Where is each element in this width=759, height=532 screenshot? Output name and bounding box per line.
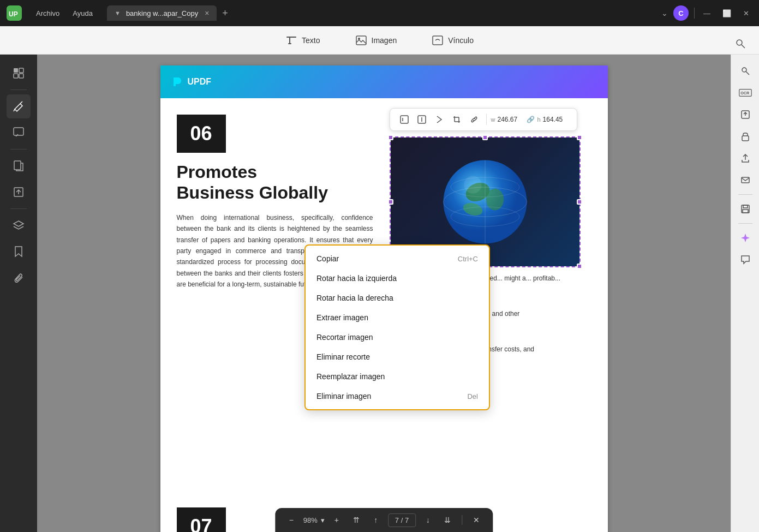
- zoom-value-display: 98% ▾: [303, 516, 325, 524]
- svg-rect-41: [742, 136, 749, 141]
- tabs-dropdown[interactable]: ⌄: [661, 9, 668, 17]
- handle-top-center[interactable]: [482, 135, 488, 140]
- handle-top-left[interactable]: [388, 135, 393, 140]
- svg-rect-11: [19, 68, 23, 73]
- texto-label: Texto: [302, 36, 320, 45]
- first-page-button[interactable]: ⇈: [349, 512, 364, 528]
- height-input: h 164.45: [537, 116, 570, 123]
- texto-tool[interactable]: Texto: [279, 31, 326, 50]
- svg-rect-45: [743, 210, 748, 213]
- svg-rect-17: [14, 161, 21, 170]
- titlebar: UP Archivo Ayuda ▼ banking w...apar_Copy…: [0, 0, 759, 26]
- handle-middle-left[interactable]: [388, 199, 393, 205]
- sidebar-sep-1: [10, 89, 27, 90]
- sidebar-bookmark-icon[interactable]: [7, 240, 31, 264]
- right-ocr-icon[interactable]: OCR: [736, 83, 755, 103]
- ctx-rotar-derecha[interactable]: Rotar hacia la derecha: [306, 288, 489, 308]
- ctx-copiar-label: Copiar: [316, 254, 339, 263]
- menu-archivo[interactable]: Archivo: [31, 7, 65, 20]
- tab-arrow-icon: ▼: [115, 10, 121, 16]
- minimize-button[interactable]: —: [700, 9, 714, 17]
- right-search-icon[interactable]: [736, 61, 755, 81]
- search-button[interactable]: [731, 34, 750, 53]
- right-mail-icon[interactable]: [736, 170, 755, 190]
- menu-bar: Archivo Ayuda: [31, 7, 98, 20]
- ctx-eliminar-recorte[interactable]: Eliminar recorte: [306, 347, 489, 367]
- w-value[interactable]: 246.67: [497, 116, 524, 123]
- last-page-button[interactable]: ⇊: [440, 512, 455, 528]
- page-number-display[interactable]: 7 / 7: [388, 513, 416, 527]
- width-input: w 246.67: [491, 116, 525, 123]
- handle-top-right[interactable]: [577, 135, 582, 140]
- ctx-extraer-imagen[interactable]: Extraer imagen: [306, 308, 489, 327]
- titlebar-separator: [694, 8, 695, 19]
- sidebar-view-icon[interactable]: [7, 61, 31, 85]
- img-tool-3[interactable]: [432, 112, 447, 127]
- tab-label: banking w...apar_Copy: [126, 9, 198, 17]
- sidebar-comment-icon[interactable]: [7, 121, 31, 145]
- right-share-icon[interactable]: [736, 148, 755, 168]
- img-tool-1[interactable]: [397, 112, 412, 127]
- page-current: 7: [395, 516, 399, 524]
- vinculo-tool[interactable]: Vínculo: [425, 31, 480, 50]
- svg-rect-12: [14, 74, 18, 78]
- right-sep-1: [738, 194, 752, 195]
- ctx-copiar[interactable]: Copiar Ctrl+C: [306, 249, 489, 268]
- right-sidebar: OCR: [731, 55, 759, 532]
- svg-rect-5: [356, 36, 366, 45]
- active-tab[interactable]: ▼ banking w...apar_Copy ×: [107, 5, 217, 21]
- svg-rect-19: [401, 116, 408, 123]
- page-logo-text: UPDF: [188, 77, 212, 87]
- svg-rect-44: [743, 205, 748, 208]
- right-export-icon[interactable]: [736, 105, 755, 124]
- sidebar-extract-icon[interactable]: [7, 180, 31, 204]
- maximize-button[interactable]: ⬜: [719, 9, 734, 17]
- zoom-percent: 98%: [303, 516, 318, 524]
- ctx-rotar-izquierda[interactable]: Rotar hacia la izquierda: [306, 268, 489, 288]
- ctx-eliminar-imagen[interactable]: Eliminar imagen Del: [306, 386, 489, 406]
- vinculo-icon: [432, 34, 444, 46]
- right-lock-icon[interactable]: [736, 127, 755, 146]
- handle-middle-right[interactable]: [577, 199, 582, 205]
- prev-page-button[interactable]: ↑: [368, 512, 384, 528]
- tab-close-button[interactable]: ×: [205, 9, 209, 17]
- left-sidebar: [0, 55, 37, 532]
- img-tool-crop[interactable]: [449, 112, 464, 127]
- zoom-out-button[interactable]: −: [284, 512, 299, 528]
- sidebar-layers-icon[interactable]: [7, 213, 31, 237]
- ctx-eliminar-shortcut: Del: [467, 392, 478, 401]
- right-save-icon[interactable]: [736, 199, 755, 219]
- ctx-eliminar-label: Eliminar imagen: [316, 392, 371, 401]
- sidebar-sep-2: [10, 149, 27, 150]
- bottom-navigation-bar: − 98% ▾ + ⇈ ↑ 7 / 7 ↓ ⇊ ✕: [275, 508, 493, 532]
- link-dimensions-icon[interactable]: 🔗: [527, 116, 535, 123]
- image-edit-toolbar: w 246.67 🔗 h 164.45: [390, 108, 577, 131]
- right-chat-icon[interactable]: [736, 250, 755, 270]
- zoom-dropdown-btn[interactable]: ▾: [321, 516, 325, 524]
- svg-text:OCR: OCR: [740, 91, 750, 95]
- img-tool-link[interactable]: [467, 112, 482, 127]
- zoom-in-button[interactable]: +: [329, 512, 344, 528]
- menu-ayuda[interactable]: Ayuda: [67, 7, 98, 20]
- new-tab-button[interactable]: +: [217, 8, 234, 19]
- right-ai-icon[interactable]: [736, 228, 755, 248]
- texto-icon: [285, 34, 297, 46]
- ctx-extraer-label: Extraer imagen: [316, 313, 368, 322]
- h-value[interactable]: 164.45: [543, 116, 570, 123]
- user-avatar[interactable]: C: [673, 5, 689, 21]
- close-bottom-bar-button[interactable]: ✕: [469, 512, 484, 528]
- ctx-copiar-shortcut: Ctrl+C: [458, 255, 478, 263]
- imagen-tool[interactable]: Imagen: [349, 31, 404, 50]
- handle-bottom-right[interactable]: [577, 264, 582, 269]
- page-header: UPDF: [160, 65, 608, 98]
- ctx-recortar-imagen[interactable]: Recortar imagen: [306, 327, 489, 347]
- document-area[interactable]: UPDF 06 Promotes Business Globally When …: [37, 55, 731, 532]
- sidebar-edit-icon[interactable]: [7, 94, 31, 118]
- next-page-button[interactable]: ↓: [420, 512, 435, 528]
- close-button[interactable]: ✕: [740, 9, 752, 17]
- sidebar-page-icon[interactable]: [7, 154, 31, 178]
- ctx-rotar-izq-label: Rotar hacia la izquierda: [316, 274, 397, 283]
- ctx-reemplazar-imagen[interactable]: Reemplazar imagen: [306, 367, 489, 386]
- sidebar-attach-icon[interactable]: [7, 266, 31, 290]
- img-tool-2[interactable]: [414, 112, 429, 127]
